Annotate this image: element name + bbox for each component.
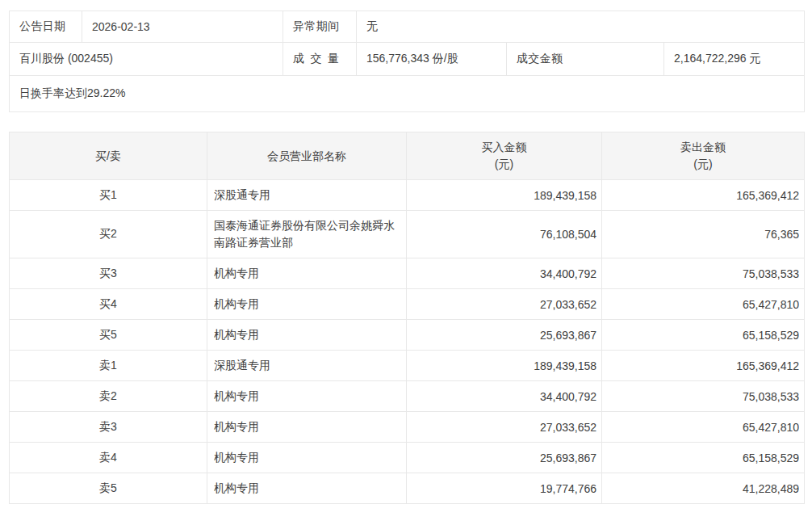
row-side: 卖2 [10, 381, 207, 412]
table-row: 卖4 机构专用 25,693,867 65,158,529 [10, 443, 805, 473]
row-buy-amount: 27,033,652 [407, 412, 602, 443]
turnover-rate-note: 日换手率达到29.22% [10, 76, 805, 112]
turnover-label: 成交金额 [507, 43, 664, 76]
turnover-label-text: 成交金额 [517, 52, 563, 66]
row-buy-amount: 27,033,652 [407, 289, 602, 320]
row-broker-name: 国泰海通证券股份有限公司余姚舜水南路证券营业部 [207, 211, 407, 258]
row-sell-amount: 76,365 [602, 211, 805, 258]
row-buy-amount: 25,693,867 [407, 320, 602, 351]
row-buy-amount: 76,108,504 [407, 211, 602, 258]
summary-row-dates: 公告日期 2026-02-13 异常期间 无 [10, 11, 805, 43]
row-buy-amount: 189,439,158 [407, 180, 602, 211]
row-broker-name: 机构专用 [207, 320, 407, 351]
row-broker-name: 机构专用 [207, 381, 407, 412]
abnormal-period-value: 无 [357, 11, 805, 43]
row-side: 卖1 [10, 351, 207, 381]
announce-date-value: 2026-02-13 [82, 11, 283, 43]
row-buy-amount: 34,400,792 [407, 258, 602, 289]
row-side: 卖5 [10, 473, 207, 504]
col-header-sell-title: 卖出金额 [602, 139, 804, 156]
row-buy-amount: 25,693,867 [407, 443, 602, 473]
row-sell-amount: 75,038,533 [602, 258, 805, 289]
stock-name: 百川股份 (002455) [10, 43, 283, 76]
row-side: 买1 [10, 180, 207, 211]
page: 公告日期 2026-02-13 异常期间 无 百川股份 (002455) 成交量… [0, 0, 812, 504]
row-broker-name: 机构专用 [207, 412, 407, 443]
summary-table: 公告日期 2026-02-13 异常期间 无 百川股份 (002455) 成交量… [9, 11, 805, 112]
announce-date-label: 公告日期 [10, 11, 82, 43]
volume-label-text: 成交量 [293, 52, 339, 66]
row-side: 买5 [10, 320, 207, 351]
row-buy-amount: 34,400,792 [407, 381, 602, 412]
row-side: 买4 [10, 289, 207, 320]
row-side: 买3 [10, 258, 207, 289]
row-sell-amount: 75,038,533 [602, 381, 805, 412]
broker-table-header-row: 买/卖 会员营业部名称 买入金额 (元) 卖出金额 (元) [10, 132, 805, 180]
table-row: 买2 国泰海通证券股份有限公司余姚舜水南路证券营业部 76,108,504 76… [10, 211, 805, 258]
row-broker-name: 机构专用 [207, 289, 407, 320]
col-header-side: 买/卖 [10, 132, 207, 180]
row-broker-name: 机构专用 [207, 258, 407, 289]
row-broker-name: 深股通专用 [207, 180, 407, 211]
volume-label: 成交量 [283, 43, 357, 76]
broker-table: 买/卖 会员营业部名称 买入金额 (元) 卖出金额 (元) 买1 深股通专用 1… [9, 132, 805, 504]
row-broker-name: 深股通专用 [207, 351, 407, 381]
table-row: 卖5 机构专用 19,774,766 41,228,489 [10, 473, 805, 504]
turnover-value: 2,164,722,296 元 [664, 43, 805, 76]
table-row: 卖1 深股通专用 189,439,158 165,369,412 [10, 351, 805, 381]
row-side: 买2 [10, 211, 207, 258]
abnormal-period-label-text: 异常期间 [293, 19, 339, 34]
abnormal-period-label: 异常期间 [283, 11, 357, 43]
table-row: 买3 机构专用 34,400,792 75,038,533 [10, 258, 805, 289]
row-sell-amount: 65,427,810 [602, 412, 805, 443]
row-buy-amount: 19,774,766 [407, 473, 602, 504]
summary-row-note: 日换手率达到29.22% [10, 76, 805, 112]
col-header-broker: 会员营业部名称 [207, 132, 407, 180]
col-header-buy-title: 买入金额 [407, 139, 601, 156]
col-header-buy-unit: (元) [407, 156, 601, 173]
row-side: 卖3 [10, 412, 207, 443]
table-row: 卖2 机构专用 34,400,792 75,038,533 [10, 381, 805, 412]
table-row: 买1 深股通专用 189,439,158 165,369,412 [10, 180, 805, 211]
row-sell-amount: 41,228,489 [602, 473, 805, 504]
table-row: 卖3 机构专用 27,033,652 65,427,810 [10, 412, 805, 443]
row-side: 卖4 [10, 443, 207, 473]
row-broker-name: 机构专用 [207, 443, 407, 473]
broker-table-body: 买1 深股通专用 189,439,158 165,369,412 买2 国泰海通… [10, 180, 805, 504]
col-header-sell-unit: (元) [602, 156, 804, 173]
row-sell-amount: 165,369,412 [602, 180, 805, 211]
summary-row-stock: 百川股份 (002455) 成交量 156,776,343 份/股 成交金额 2… [10, 43, 805, 76]
row-sell-amount: 165,369,412 [602, 351, 805, 381]
table-row: 买4 机构专用 27,033,652 65,427,810 [10, 289, 805, 320]
row-sell-amount: 65,158,529 [602, 320, 805, 351]
row-buy-amount: 189,439,158 [407, 351, 602, 381]
row-sell-amount: 65,158,529 [602, 443, 805, 473]
announce-date-label-text: 公告日期 [19, 19, 65, 34]
volume-value: 156,776,343 份/股 [357, 43, 507, 76]
col-header-sell-amount: 卖出金额 (元) [602, 132, 805, 180]
row-sell-amount: 65,427,810 [602, 289, 805, 320]
col-header-buy-amount: 买入金额 (元) [407, 132, 602, 180]
row-broker-name: 机构专用 [207, 473, 407, 504]
table-row: 买5 机构专用 25,693,867 65,158,529 [10, 320, 805, 351]
